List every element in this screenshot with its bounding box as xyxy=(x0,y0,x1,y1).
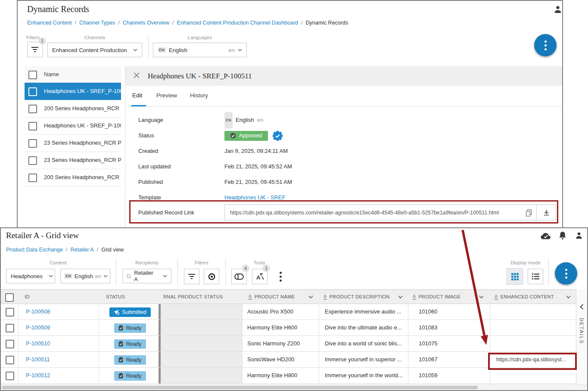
translations-count-badge: 1 xyxy=(262,264,270,272)
record-list-item[interactable]: Headphones UK - SREF_P-100 xyxy=(25,117,121,135)
col-header-external-product-status[interactable]: RNAL PRODUCT STATUS xyxy=(163,290,223,304)
record-list-item[interactable]: 23 Series Headphones_RCR P xyxy=(25,152,121,169)
col-header-id[interactable]: ID xyxy=(25,290,30,304)
languages-dropdown[interactable]: EN English en xyxy=(153,43,247,57)
breadcrumb: Product Data Exchange/Retailer A/Grid vi… xyxy=(6,246,124,253)
tab-preview[interactable]: Preview xyxy=(156,86,177,106)
context-value: Headphones xyxy=(11,273,43,279)
created-value: Jan 9, 2025, 09:24:11 AM xyxy=(224,143,288,159)
breadcrumb: Enhanced Content/Channel Types/Channels … xyxy=(27,19,348,26)
tools-kebab-menu[interactable] xyxy=(273,269,288,284)
record-list-item[interactable]: 200 Series Headphones_RCR xyxy=(25,169,121,186)
breadcrumb-enhanced-content[interactable]: Enhanced Content xyxy=(27,20,72,26)
filters-count-badge: 1 xyxy=(38,37,46,45)
user-icon[interactable] xyxy=(575,231,583,240)
toolbar-divider xyxy=(225,258,226,286)
published-record-url[interactable]: https://cdn.pdx-qa.stibosystems.com/reta… xyxy=(225,210,521,216)
product-id-link[interactable]: P-100508 xyxy=(26,304,50,320)
tab-edit[interactable]: Edit xyxy=(132,86,142,106)
user-icon[interactable] xyxy=(553,5,563,14)
scrollbar-thumb[interactable] xyxy=(2,386,478,389)
record-list-item[interactable]: 200 Series Headphones_RCR xyxy=(25,100,121,118)
record-list-item[interactable]: Headphones UK - SREF_P-100 xyxy=(25,83,121,100)
eye-icon-button[interactable] xyxy=(204,269,219,284)
table-row[interactable]: P-100510 Ready Sonic Harmony Z200 Dive i… xyxy=(1,336,577,352)
col-header-product-image[interactable]: APRODUCT IMAGE xyxy=(413,290,461,304)
display-mode-list-button[interactable] xyxy=(528,269,543,284)
breadcrumb-channel-types[interactable]: Channel Types xyxy=(79,20,115,26)
filters-button[interactable] xyxy=(184,269,199,284)
details-panel-label: DETAILS xyxy=(579,318,584,344)
tab-history[interactable]: History xyxy=(190,86,208,106)
row-checkbox[interactable] xyxy=(28,87,37,96)
col-header-enhanced-content[interactable]: AENHANCED CONTENT xyxy=(495,290,554,304)
status-badge: Ready xyxy=(114,355,146,365)
attribute-icon: A xyxy=(495,295,498,300)
page-title: Dynamic Records xyxy=(27,4,89,14)
row-checkbox[interactable] xyxy=(28,122,37,130)
row-checkbox[interactable] xyxy=(6,372,14,380)
product-id-link[interactable]: P-100509 xyxy=(26,320,50,335)
table-row[interactable]: P-100508 Submitted Acoustic Pro X500 Exp… xyxy=(1,304,577,320)
col-header-status[interactable]: STATUS xyxy=(106,290,125,304)
close-icon[interactable] xyxy=(133,72,140,79)
product-id-link[interactable]: P-100512 xyxy=(26,368,50,383)
chevron-down-icon[interactable] xyxy=(398,295,403,299)
ready-icon xyxy=(118,341,123,347)
status-text: Approved xyxy=(239,128,262,143)
row-checkbox[interactable] xyxy=(28,139,37,148)
select-all-checkbox[interactable] xyxy=(5,293,14,302)
recipients-dropdown[interactable]: G Retailer A xyxy=(122,269,171,283)
chevron-down-icon[interactable] xyxy=(479,295,484,299)
row-checkbox[interactable] xyxy=(6,308,14,317)
channels-dropdown[interactable]: Enhanced Content Production xyxy=(47,43,142,57)
published-record-link-input[interactable]: https://cdn.pdx-qa.stibosystems.com/reta… xyxy=(224,205,556,221)
breadcrumb-separator: / xyxy=(66,247,67,253)
retailer-grid-window: Retailer A - Grid view Product Data Exch… xyxy=(0,227,588,391)
col-header-product-name[interactable]: APRODUCT NAME xyxy=(249,290,295,304)
breadcrumb-channels-overview[interactable]: Channels Overview xyxy=(123,20,169,26)
breadcrumb-product-data-exchange[interactable]: Product Data Exchange xyxy=(6,247,63,253)
product-id-link[interactable]: P-100510 xyxy=(26,336,50,351)
display-mode-grid-button[interactable] xyxy=(507,269,523,284)
breadcrumb-channel-dashboard[interactable]: Enhanced Content Production Channel Dash… xyxy=(177,20,298,26)
chevron-down-icon[interactable] xyxy=(308,295,313,299)
table-row[interactable]: P-100512 Ready Harmony Elite H800 Immers… xyxy=(1,368,577,384)
row-checkbox[interactable] xyxy=(6,356,14,364)
copy-icon[interactable] xyxy=(521,209,536,217)
toolbar-divider xyxy=(177,258,178,286)
product-image-cell: 101067 xyxy=(419,352,437,367)
actions-fab[interactable] xyxy=(555,262,577,285)
select-all-checkbox[interactable] xyxy=(28,71,37,79)
context-language-dropdown[interactable]: EN English en xyxy=(60,269,110,283)
table-row[interactable]: P-100511 Ready SonicWave HD200 Immerse y… xyxy=(1,352,577,368)
row-checkbox[interactable] xyxy=(28,156,37,165)
cloud-check-icon[interactable] xyxy=(540,232,551,240)
mappings-count-badge: 4 xyxy=(242,264,249,272)
chevron-down-icon[interactable] xyxy=(566,295,571,299)
template-link[interactable]: Headphones UK - SREF xyxy=(224,190,286,205)
chevron-left-icon[interactable] xyxy=(580,304,584,310)
context-dropdown[interactable]: Headphones xyxy=(6,269,55,283)
product-name-cell: Acoustic Pro X500 xyxy=(247,304,293,320)
record-detail-panel: Headphones UK - SREF_P-100511 Edit Previ… xyxy=(125,66,562,228)
actions-fab[interactable] xyxy=(534,34,557,56)
download-icon[interactable] xyxy=(536,205,556,220)
table-row[interactable]: P-100509 Ready Harmony Elite H600 Dive i… xyxy=(1,320,577,336)
recipients-value: Retailer A xyxy=(134,270,157,282)
detail-tabs: Edit Preview History xyxy=(125,86,562,107)
col-header-product-description[interactable]: APRODUCT DESCRIPTION xyxy=(324,290,390,304)
row-checkbox[interactable] xyxy=(6,324,14,332)
bell-icon[interactable] xyxy=(558,231,567,240)
enhanced-content-cell[interactable]: https://cdn.pdx-qa.stibosyst... xyxy=(496,352,566,367)
row-checkbox[interactable] xyxy=(6,340,14,348)
record-list-item[interactable]: 23 Series Headphones_RCR P xyxy=(25,134,121,152)
product-id-link[interactable]: P-100511 xyxy=(26,352,50,367)
field-status: Status Approved xyxy=(125,128,562,143)
horizontal-scrollbar xyxy=(1,385,587,390)
row-checkbox[interactable] xyxy=(28,105,37,113)
breadcrumb-retailer-a[interactable]: Retailer A xyxy=(71,247,94,253)
product-description-cell: Dive into a world of sonic blis... xyxy=(325,336,401,351)
row-checkbox[interactable] xyxy=(28,174,37,182)
grid-header-row: ID STATUS RNAL PRODUCT STATUS APRODUCT N… xyxy=(1,289,587,304)
